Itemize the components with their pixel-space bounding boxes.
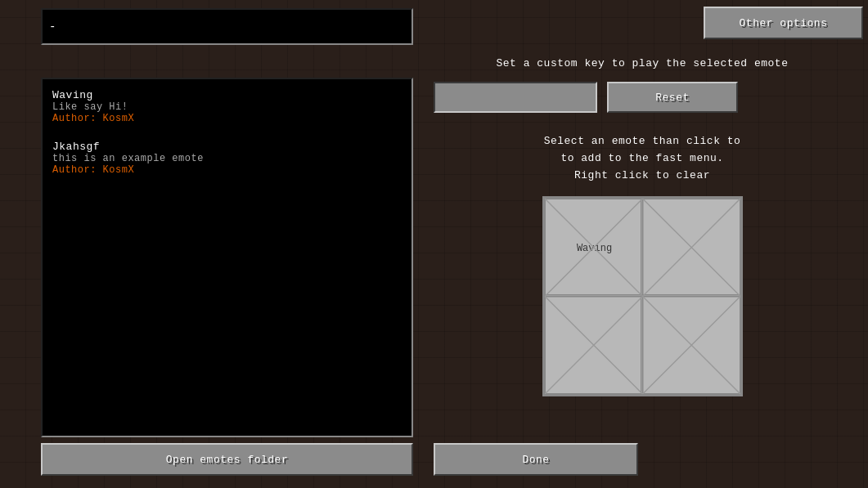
other-options-button[interactable]: Other options (704, 7, 863, 39)
emote-description: Like say Hi! (52, 101, 402, 113)
grid-cell-top-left-label: Waving (577, 243, 612, 254)
emote-author: Author: KosmX (52, 164, 402, 176)
key-binding-row: Reset (434, 82, 851, 113)
emote-list: Waving Like say Hi! Author: KosmX Jkahsg… (41, 78, 413, 437)
emote-name: Waving (52, 89, 402, 101)
emote-description: this is an example emote (52, 153, 402, 164)
custom-key-label: Set a custom key to play the selected em… (434, 57, 851, 69)
reset-button[interactable]: Reset (607, 82, 738, 113)
emote-item-waving[interactable]: Waving Like say Hi! Author: KosmX (52, 89, 402, 124)
fast-menu-instruction: Select an emote than click to to add to … (434, 133, 851, 184)
grid-cell-top-right[interactable] (641, 199, 740, 298)
right-panel: Set a custom key to play the selected em… (434, 57, 851, 396)
open-emotes-folder-button[interactable]: Open emotes folder (41, 443, 413, 476)
grid-cell-bottom-right[interactable] (641, 294, 740, 394)
fast-menu-grid[interactable]: Waving (542, 196, 743, 396)
key-binding-input[interactable] (434, 82, 597, 113)
search-input[interactable] (41, 8, 413, 45)
emote-author: Author: KosmX (52, 113, 402, 124)
done-button[interactable]: Done (434, 443, 638, 476)
emote-item-jkahsgf[interactable]: Jkahsgf this is an example emote Author:… (52, 141, 402, 176)
emote-name: Jkahsgf (52, 141, 402, 153)
grid-cell-top-left[interactable]: Waving (545, 199, 645, 298)
grid-cell-bottom-left[interactable] (545, 294, 645, 394)
